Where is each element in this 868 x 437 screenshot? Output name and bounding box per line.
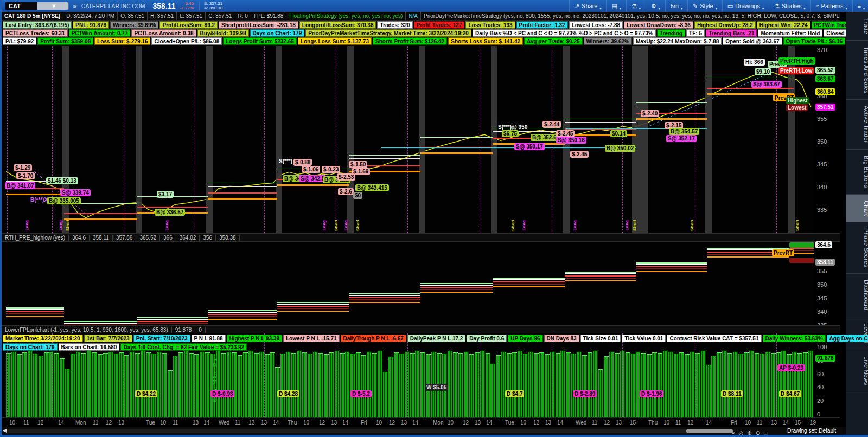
time-axis-label: 12 xyxy=(463,420,469,426)
sidebar-tab-phase-scores[interactable]: Phase Scores xyxy=(846,222,868,274)
studies-button[interactable]: ⚗Studies▾ xyxy=(769,0,810,12)
sidebar-tab-big-buttons[interactable]: Big Buttons xyxy=(846,150,868,195)
stat-badge: 1st Bar: 7/7/2023 xyxy=(84,335,132,342)
pnl-bar xyxy=(442,354,447,417)
beaker-icon: ⚗ xyxy=(631,3,637,10)
stat-badge: Tick Value 0.01 xyxy=(622,335,666,342)
trade-direction-marker: Long xyxy=(58,220,63,231)
pnl-bar xyxy=(178,352,183,417)
pnl-bar xyxy=(717,352,722,417)
axis-price-badge: 363.67 xyxy=(815,75,835,82)
pnl-bar xyxy=(431,352,436,418)
sidebar-tab-active-trader[interactable]: Active Trader xyxy=(846,100,868,150)
rth-level-line xyxy=(137,323,208,324)
trade-direction-marker: Long xyxy=(343,220,348,231)
pnl-bar xyxy=(458,353,463,417)
scrollbar-thumb[interactable] xyxy=(686,429,733,433)
chart-scrollbar[interactable] xyxy=(7,429,729,433)
company-name: CATERPILLAR INC COM xyxy=(81,3,145,9)
pnl-bar xyxy=(626,352,630,417)
calendar-icon-button[interactable]: ▤▾ xyxy=(606,0,626,12)
ohlc-cell: FloatingPnlStrategy (yes, yes, no, yes, … xyxy=(286,12,406,20)
stat-badge: LongprofitLossSum: 370.38 xyxy=(299,21,376,29)
rth-level-line xyxy=(420,287,493,288)
sidebar-tab-times-and-sales[interactable]: Times And Sales xyxy=(846,41,868,100)
sidebar-tab-dashboard[interactable]: Dashboard xyxy=(846,274,868,317)
sidebar-tab-level-ii[interactable]: Level II xyxy=(846,317,868,350)
chevron-down-icon: ▾ xyxy=(846,7,847,10)
trade-direction-marker: Long xyxy=(322,220,327,231)
beaker-icon-button[interactable]: ⚗▾ xyxy=(626,0,646,12)
strategy-level-line xyxy=(565,119,636,119)
rth-level-line xyxy=(707,254,789,255)
pnl-bar xyxy=(135,353,140,417)
sidebar-tab-chart[interactable]: Chart xyxy=(846,195,868,222)
button-label: Studies xyxy=(782,3,802,9)
strategy-level-line xyxy=(565,122,636,123)
patterns-button[interactable]: ≈Patterns▾ xyxy=(810,0,852,12)
strategy-level-line xyxy=(64,203,137,204)
rth-level-line xyxy=(6,307,64,309)
stat-row: PCTLoss Trades: 60.31PCTWin Amount: 0.77… xyxy=(3,29,868,37)
5m-button[interactable]: 5m▾ xyxy=(665,0,687,12)
pnl-axis[interactable]: 10080604020091.878 xyxy=(814,333,845,417)
link-icon[interactable]: ⧇ xyxy=(73,3,77,10)
pnl-bar xyxy=(781,351,786,417)
pnl-bar xyxy=(420,352,425,417)
time-axis-label: 12 xyxy=(389,420,395,426)
stat-badge: P N L 91.88 xyxy=(192,335,226,342)
pnl-bar xyxy=(98,354,103,417)
drawing-set-label[interactable]: Drawing set: Default xyxy=(787,428,836,434)
share-button[interactable]: ↗Share▾ xyxy=(569,0,607,12)
price-change: -6.45-1.77% xyxy=(180,2,194,10)
pnl-bar xyxy=(512,352,517,417)
strategy-level-line xyxy=(420,137,493,138)
symbol-value: CAT xyxy=(5,3,37,9)
pnl-bar xyxy=(437,353,442,417)
lower-fpl-pnl-header: LowerFPLpnlchart (-1, yes, yes, 10.5, 1,… xyxy=(2,325,840,334)
axis-label: 340 xyxy=(817,309,827,315)
sidebar-tab-trade[interactable]: Trade xyxy=(846,12,868,41)
symbol-dropdown-icon[interactable]: ▼ xyxy=(37,2,68,10)
strategy-level-line xyxy=(420,140,493,140)
rth-level-line xyxy=(137,321,208,322)
price-chart-panel[interactable]: LongLongShortLongLongShortLongShortShort… xyxy=(2,46,814,233)
pnl-bar xyxy=(738,354,743,417)
chevron-down-icon: ▾ xyxy=(639,7,641,10)
time-axis-label: 12 xyxy=(533,420,539,426)
drawings-button[interactable]: ▭Drawings▾ xyxy=(722,0,769,12)
rth-axis[interactable]: 355350345340335364.6358.11 xyxy=(814,242,845,325)
pnl-bar xyxy=(238,355,242,417)
strategy-level-line xyxy=(277,169,349,169)
time-axis-label: 11 xyxy=(592,420,597,426)
axis-label: 345 xyxy=(817,161,827,168)
sidebar-tab-live-news[interactable]: Live News xyxy=(846,350,868,391)
rth-level-line xyxy=(493,281,565,282)
panel-header-cell: RTH_PRE_highlow (yes) xyxy=(2,235,69,241)
gear-icon-button[interactable]: ⚙▾ xyxy=(646,0,665,12)
strategy-level-line xyxy=(6,194,64,195)
price-axis[interactable]: 370360355350345340335365.52363.67360.843… xyxy=(814,46,845,233)
style-button[interactable]: ✎Style▾ xyxy=(687,0,722,12)
symbol-input[interactable]: CAT ▼ xyxy=(5,2,69,10)
chevron-down-icon: ▾ xyxy=(863,7,865,10)
pnl-bar xyxy=(771,353,776,417)
time-axis-label: Wed xyxy=(576,420,586,426)
pnl-bar xyxy=(308,354,312,417)
bid-ask: B: 357.51A: 358.38 xyxy=(199,2,222,10)
pnl-bar xyxy=(560,351,565,417)
time-axis-label: 14 xyxy=(706,420,712,426)
scroll-left-icon[interactable]: ◀ xyxy=(3,427,7,433)
rth-pre-highlow-panel[interactable] xyxy=(2,242,814,325)
rth-level-line xyxy=(137,319,208,320)
stat-badge: PCTLoss Amount: 0.38 xyxy=(131,29,196,37)
menu-icon-button[interactable]: ≡▾ xyxy=(852,0,868,12)
ohlc-cell: PriorDayPreMarketTimeStrategy (yes, no, … xyxy=(421,12,840,20)
time-axis[interactable]: 10111214Mon111213Tue10111314Wed11121314T… xyxy=(2,417,840,427)
panel-header-cell: 0 xyxy=(195,327,206,333)
pnl-bar xyxy=(146,352,151,417)
rth-level-line xyxy=(137,317,208,318)
style-icon: ✎ xyxy=(693,3,698,10)
ohlc-cell: L: 357.51 xyxy=(177,12,206,20)
rth-level-line xyxy=(493,286,565,287)
